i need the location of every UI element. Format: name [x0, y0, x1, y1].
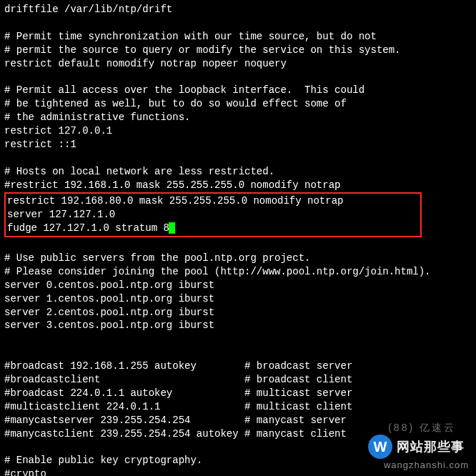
config-line: #multicastclient 224.0.1.1 # multicast c… [4, 400, 472, 414]
config-line: #broadcast 192.168.1.255 autokey # broad… [4, 360, 472, 373]
config-line: #manycastclient 239.255.254.254 autokey … [4, 427, 472, 441]
config-line: server 127.127.1.0 [7, 208, 419, 222]
terminal-cursor [169, 222, 175, 234]
config-line: #broadcastclient # broadcast client [4, 373, 472, 387]
config-line: server 3.centos.pool.ntp.org iburst [4, 319, 472, 332]
config-line: # be tightened as well, but to do so wou… [4, 97, 472, 111]
config-line [4, 16, 472, 30]
config-line: # Enable public key cryptography. [4, 454, 472, 467]
config-line [4, 70, 472, 84]
config-line [4, 346, 472, 360]
config-line: server 2.centos.pool.ntp.org iburst [4, 306, 472, 319]
config-line [4, 441, 472, 455]
config-line: driftfile /var/lib/ntp/drift [4, 3, 472, 16]
config-line [4, 238, 472, 252]
config-line: # Permit all access over the loopback in… [4, 84, 472, 97]
config-line: # Hosts on local network are less restri… [4, 165, 472, 179]
config-line: # Use public servers from the pool.ntp.o… [4, 252, 472, 265]
highlighted-config-block: restrict 192.168.80.0 mask 255.255.255.0… [4, 192, 422, 237]
config-line [4, 332, 472, 346]
config-line: server 1.centos.pool.ntp.org iburst [4, 292, 472, 306]
config-line: #restrict 192.168.1.0 mask 255.255.255.0… [4, 179, 472, 192]
config-line: # the administrative functions. [4, 111, 472, 124]
config-line [4, 152, 472, 165]
config-line: restrict ::1 [4, 138, 472, 152]
config-line: # Please consider joining the pool (http… [4, 265, 472, 279]
config-line: # Permit time synchronization with our t… [4, 30, 472, 44]
config-line: restrict default nomodify notrap nopeer … [4, 57, 472, 71]
config-line: restrict 127.0.0.1 [4, 124, 472, 138]
config-line: fudge 127.127.1.0 stratum 8 [7, 222, 419, 235]
config-line: #manycastserver 239.255.254.254 # manyca… [4, 414, 472, 427]
config-text: fudge 127.127.1.0 stratum 8 [7, 222, 169, 234]
config-line: #crypto [4, 467, 472, 476]
config-line: # permit the source to query or modify t… [4, 44, 472, 57]
terminal-output: driftfile /var/lib/ntp/drift # Permit ti… [4, 3, 472, 476]
config-line: server 0.centos.pool.ntp.org iburst [4, 279, 472, 292]
config-line: restrict 192.168.80.0 mask 255.255.255.0… [7, 194, 419, 208]
config-line: #broadcast 224.0.1.1 autokey # multicast… [4, 387, 472, 400]
